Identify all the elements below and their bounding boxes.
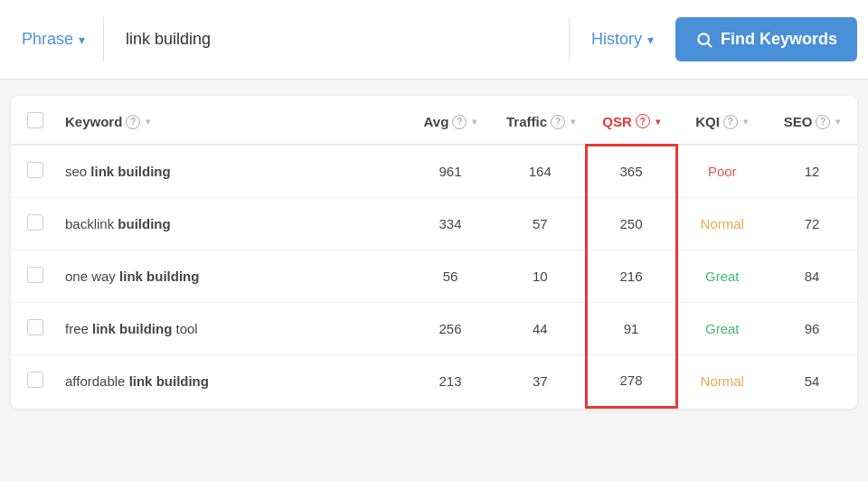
row-checkbox-cell[interactable]	[11, 355, 54, 408]
traffic-cell: 164	[495, 145, 586, 198]
kqi-value: Normal	[701, 373, 744, 389]
traffic-cell: 37	[495, 355, 586, 408]
avg-cell: 961	[405, 145, 495, 198]
row-checkbox[interactable]	[27, 214, 43, 231]
keyword-bold: link building	[129, 373, 209, 389]
keyword-bold: link building	[119, 269, 199, 284]
seo-cell: 54	[767, 355, 857, 408]
row-checkbox-cell[interactable]	[11, 303, 54, 355]
table-header-row: Keyword ? ▾ Avg ? ▾	[11, 96, 857, 145]
table-row: affordable link building 213 37 278 Norm…	[11, 355, 857, 408]
keyword-prefix: one way	[65, 269, 119, 284]
keyword-sort-icon[interactable]: ▾	[146, 117, 150, 127]
row-checkbox-cell[interactable]	[11, 145, 54, 198]
search-icon	[695, 31, 713, 49]
keyword-info-icon[interactable]: ?	[126, 115, 140, 129]
kqi-sort-icon[interactable]: ▾	[743, 117, 748, 127]
keyword-suffix: tool	[172, 321, 197, 336]
qsr-cell: 250	[586, 198, 676, 250]
qsr-sort-icon[interactable]: ▾	[656, 117, 660, 127]
table-row: one way link building 56 10 216 Great 84	[11, 250, 857, 303]
divider-2	[569, 17, 570, 62]
row-checkbox-cell[interactable]	[11, 250, 54, 303]
qsr-cell: 216	[586, 250, 676, 303]
row-checkbox-cell[interactable]	[11, 198, 54, 250]
kqi-info-icon[interactable]: ?	[723, 115, 738, 129]
avg-column-header: Avg ? ▾	[405, 96, 495, 145]
traffic-cell: 44	[495, 303, 586, 355]
qsr-cell: 278	[586, 355, 676, 408]
keyword-cell: seo link building	[54, 145, 405, 198]
kqi-cell: Great	[676, 303, 767, 355]
keyword-prefix: seo	[65, 164, 90, 179]
table-row: free link building tool 256 44 91 Great …	[11, 303, 857, 355]
row-checkbox[interactable]	[27, 267, 43, 283]
keyword-cell: affordable link building	[54, 355, 405, 408]
search-input[interactable]	[111, 0, 561, 79]
traffic-info-icon[interactable]: ?	[551, 115, 565, 129]
phrase-label: Phrase	[22, 30, 73, 49]
find-keywords-label: Find Keywords	[721, 30, 837, 49]
kqi-column-header: KQI ? ▾	[676, 96, 767, 145]
table-row: backlink building 334 57 250 Normal 72	[11, 198, 857, 250]
seo-cell: 72	[767, 198, 857, 250]
avg-cell: 213	[405, 355, 495, 408]
seo-cell: 84	[767, 250, 857, 303]
qsr-col-label: QSR	[602, 114, 632, 129]
keyword-column-header: Keyword ? ▾	[54, 96, 405, 145]
keyword-cell: backlink building	[54, 198, 405, 250]
avg-info-icon[interactable]: ?	[452, 115, 467, 129]
seo-info-icon[interactable]: ?	[816, 115, 830, 129]
avg-sort-icon[interactable]: ▾	[472, 117, 476, 127]
kqi-cell: Normal	[676, 355, 767, 408]
results-table-container: Keyword ? ▾ Avg ? ▾	[11, 96, 857, 409]
qsr-column-header: QSR ? ▾	[586, 96, 676, 145]
kqi-value: Normal	[701, 216, 744, 231]
kqi-value: Poor	[708, 164, 737, 179]
row-checkbox[interactable]	[27, 162, 43, 178]
row-checkbox[interactable]	[27, 319, 43, 335]
seo-cell: 12	[767, 145, 857, 198]
keyword-cell: one way link building	[54, 250, 405, 303]
select-all-header[interactable]	[11, 96, 54, 145]
traffic-sort-icon[interactable]: ▾	[571, 117, 575, 127]
seo-column-header: SEO ? ▾	[767, 96, 857, 145]
history-chevron-icon: ▾	[647, 33, 654, 47]
avg-cell: 256	[405, 303, 495, 355]
kqi-col-label: KQI	[695, 114, 720, 129]
find-keywords-button[interactable]: Find Keywords	[675, 17, 857, 61]
seo-cell: 96	[767, 303, 857, 355]
qsr-cell: 365	[586, 145, 676, 198]
traffic-cell: 57	[495, 198, 586, 250]
table-row: seo link building 961 164 365 Poor 12	[11, 145, 857, 198]
divider	[103, 17, 104, 62]
history-dropdown-button[interactable]: History ▾	[577, 30, 668, 49]
keywords-table: Keyword ? ▾ Avg ? ▾	[11, 96, 857, 409]
svg-line-1	[708, 42, 712, 46]
row-checkbox[interactable]	[27, 372, 43, 388]
toolbar: Phrase ▾ History ▾ Find Keywords	[0, 0, 868, 80]
phrase-chevron-icon: ▾	[79, 33, 85, 47]
traffic-col-label: Traffic	[506, 114, 547, 129]
seo-col-label: SEO	[784, 114, 813, 129]
keyword-bold: building	[118, 216, 170, 231]
keyword-prefix: free	[65, 321, 92, 336]
keyword-prefix: affordable	[65, 373, 129, 389]
traffic-column-header: Traffic ? ▾	[495, 96, 586, 145]
keyword-bold: link building	[90, 164, 170, 179]
avg-cell: 56	[405, 250, 495, 303]
qsr-info-icon[interactable]: ?	[636, 114, 650, 128]
kqi-value: Great	[705, 321, 740, 336]
select-all-checkbox[interactable]	[27, 112, 43, 128]
keyword-prefix: backlink	[65, 216, 118, 231]
avg-col-label: Avg	[424, 114, 449, 129]
history-label: History	[591, 30, 642, 49]
seo-sort-icon[interactable]: ▾	[835, 117, 840, 127]
phrase-dropdown-button[interactable]: Phrase ▾	[11, 30, 96, 49]
kqi-value: Great	[705, 269, 740, 284]
table-wrapper: Keyword ? ▾ Avg ? ▾	[11, 96, 857, 409]
keyword-bold: link building	[92, 321, 172, 336]
kqi-cell: Normal	[676, 198, 767, 250]
traffic-cell: 10	[495, 250, 586, 303]
kqi-cell: Great	[676, 250, 767, 303]
